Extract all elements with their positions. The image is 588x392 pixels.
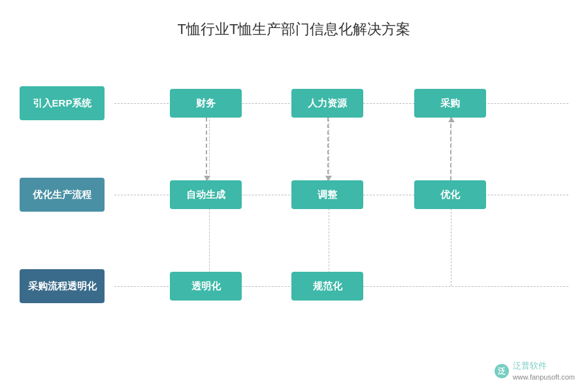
watermark: 泛 泛普软件 www.fanpusoft.com — [495, 360, 575, 382]
box-youhua: 优化 — [414, 180, 486, 209]
watermark-text: 泛普软件 www.fanpusoft.com — [513, 360, 575, 382]
box-touminghua: 透明化 — [170, 272, 242, 301]
box-tiaozheng: 调整 — [291, 180, 363, 209]
arrow-v-renli-tiaozheng — [327, 118, 329, 180]
row-label-purchase: 采购流程透明化 — [20, 269, 105, 303]
box-caiwu: 财务 — [170, 89, 242, 118]
arrow-v-caiwu-zidong — [206, 118, 207, 180]
box-caigou: 采购 — [414, 89, 486, 118]
arrow-v-youhua-caigou — [450, 118, 451, 180]
watermark-logo: 泛 — [495, 364, 509, 378]
page-title: T恤行业T恤生产部门信息化解决方案 — [0, 0, 588, 46]
box-guifanhua: 规范化 — [291, 272, 363, 301]
box-renli: 人力资源 — [291, 89, 363, 118]
row-label-erp: 引入ERP系统 — [20, 86, 105, 120]
diagram-area: 引入ERP系统 优化生产流程 采购流程透明化 财务 人力资源 采购 自动生成 调… — [0, 52, 588, 379]
row-label-optimize: 优化生产流程 — [20, 178, 105, 212]
box-zidong: 自动生成 — [170, 180, 242, 209]
